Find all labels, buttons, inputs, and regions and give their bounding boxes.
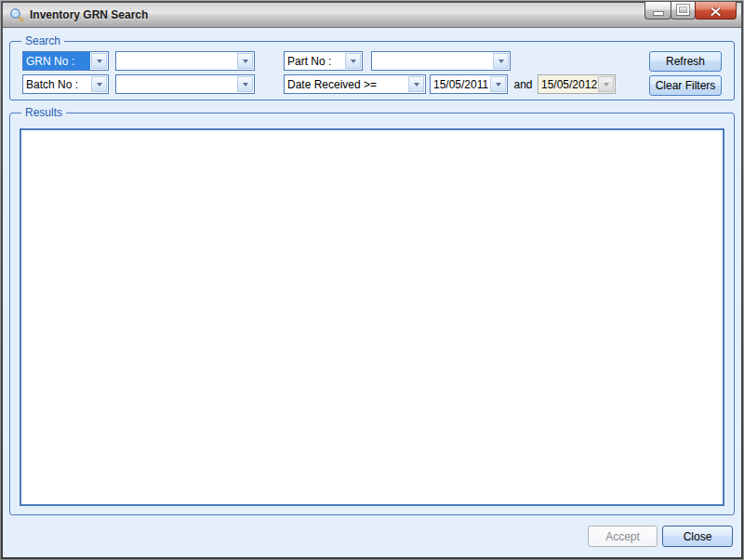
date-filter-selector[interactable]: Date Received >= bbox=[284, 74, 426, 94]
batch-no-field-selector[interactable]: Batch No : bbox=[22, 74, 109, 94]
date-filter-selector-value: Date Received >= bbox=[285, 75, 407, 93]
maximize-icon bbox=[677, 5, 689, 15]
results-group-label: Results bbox=[21, 106, 66, 119]
chevron-down-icon[interactable] bbox=[493, 53, 509, 69]
maximize-button[interactable] bbox=[671, 2, 696, 20]
minimize-icon bbox=[654, 12, 663, 15]
part-no-value-combo[interactable] bbox=[371, 51, 511, 71]
clear-filters-button-label: Clear Filters bbox=[656, 79, 716, 92]
titlebar[interactable]: Inventory GRN Search bbox=[3, 3, 741, 28]
clear-filters-button[interactable]: Clear Filters bbox=[649, 75, 722, 96]
part-no-value[interactable] bbox=[372, 52, 492, 70]
accept-button-label: Accept bbox=[605, 530, 640, 543]
chevron-down-icon[interactable] bbox=[408, 76, 424, 92]
refresh-button-label: Refresh bbox=[666, 55, 705, 68]
date-to-value: 15/05/2012 bbox=[538, 75, 597, 93]
search-group-label: Search bbox=[21, 34, 64, 47]
chevron-down-icon[interactable] bbox=[91, 76, 107, 92]
window-title: Inventory GRN Search bbox=[30, 8, 148, 21]
results-panel[interactable] bbox=[20, 128, 724, 506]
batch-no-value[interactable] bbox=[116, 75, 236, 93]
accept-button[interactable]: Accept bbox=[588, 526, 658, 547]
grn-no-value-combo[interactable] bbox=[115, 51, 255, 71]
close-button-label: Close bbox=[684, 530, 712, 543]
chevron-down-icon[interactable] bbox=[91, 53, 107, 69]
chevron-down-icon[interactable] bbox=[237, 76, 253, 92]
chevron-down-icon[interactable] bbox=[490, 76, 506, 92]
batch-no-value-combo[interactable] bbox=[115, 74, 255, 94]
close-x-icon bbox=[711, 7, 721, 16]
magnifier-icon bbox=[9, 7, 24, 22]
batch-no-field-selector-value: Batch No : bbox=[23, 75, 90, 93]
close-button[interactable]: Close bbox=[662, 526, 733, 547]
grn-no-field-selector[interactable]: GRN No : bbox=[22, 51, 109, 71]
part-no-field-selector-value: Part No : bbox=[285, 52, 344, 70]
and-label: and bbox=[511, 74, 536, 94]
date-from-picker[interactable]: 15/05/2011 bbox=[430, 74, 508, 94]
minimize-button[interactable] bbox=[644, 2, 671, 20]
grn-no-value[interactable] bbox=[116, 52, 236, 70]
refresh-button[interactable]: Refresh bbox=[649, 51, 722, 72]
chevron-down-icon[interactable] bbox=[237, 53, 253, 69]
date-to-picker: 15/05/2012 bbox=[538, 74, 616, 94]
chevron-down-icon[interactable] bbox=[345, 53, 361, 69]
window-controls bbox=[645, 2, 737, 20]
grn-no-field-selector-value: GRN No : bbox=[23, 52, 90, 70]
close-window-button[interactable] bbox=[695, 2, 737, 20]
chevron-down-icon bbox=[598, 76, 614, 92]
date-from-value[interactable]: 15/05/2011 bbox=[431, 75, 489, 93]
part-no-field-selector[interactable]: Part No : bbox=[284, 51, 363, 71]
